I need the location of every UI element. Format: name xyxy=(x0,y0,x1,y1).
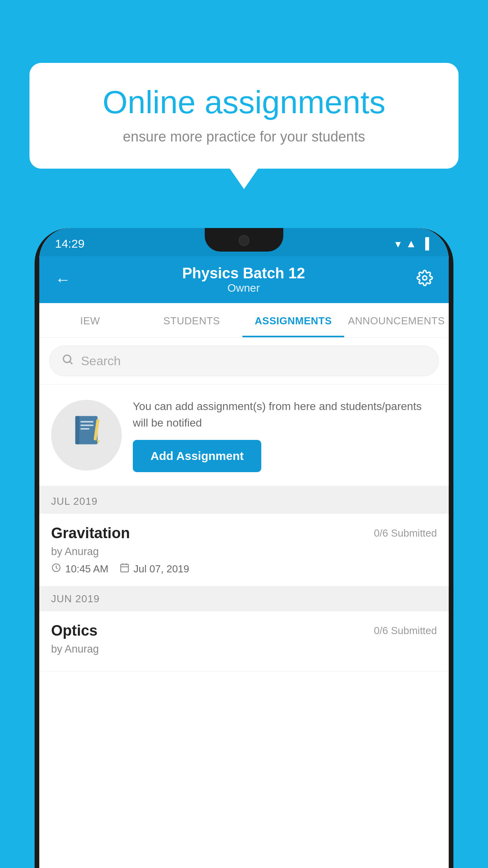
assignment-time: 10:45 AM xyxy=(51,563,108,575)
back-button[interactable]: ← xyxy=(55,271,71,289)
header-subtitle: Owner xyxy=(71,282,416,294)
assignment-date-value: Jul 07, 2019 xyxy=(134,563,189,575)
promo-icon-circle xyxy=(51,400,122,471)
assignment-header-row: Gravitation 0/6 Submitted xyxy=(51,525,437,542)
header-title: Physics Batch 12 xyxy=(71,265,416,282)
phone-notch xyxy=(205,228,283,252)
svg-line-2 xyxy=(70,362,72,364)
calendar-icon xyxy=(119,563,130,575)
assignment-submitted-optics: 0/6 Submitted xyxy=(374,622,437,637)
status-time: 14:29 xyxy=(55,237,84,250)
tab-students[interactable]: STUDENTS xyxy=(141,303,243,337)
assignment-name: Gravitation xyxy=(51,525,130,542)
tab-iew[interactable]: IEW xyxy=(39,303,141,337)
assignment-item-gravitation[interactable]: Gravitation 0/6 Submitted by Anurag 10:4… xyxy=(39,514,449,587)
svg-rect-6 xyxy=(81,425,94,426)
assignment-date: Jul 07, 2019 xyxy=(119,563,189,575)
app-header: ← Physics Batch 12 Owner xyxy=(39,256,449,303)
assignment-by-optics: by Anurag xyxy=(51,643,437,655)
svg-point-0 xyxy=(423,276,427,280)
notebook-icon xyxy=(71,414,102,457)
tab-announcements[interactable]: ANNOUNCEMENTS xyxy=(344,303,449,337)
assignment-time-value: 10:45 AM xyxy=(65,563,108,575)
svg-point-1 xyxy=(63,355,71,362)
search-bar-container: Search xyxy=(39,338,449,384)
signal-icon: ▲ xyxy=(405,237,416,250)
promo-text: You can add assignment(s) from here and … xyxy=(133,398,437,431)
assignment-item-optics[interactable]: Optics 0/6 Submitted by Anurag xyxy=(39,611,449,671)
speech-bubble-subtitle: ensure more practice for your students xyxy=(57,129,431,145)
assignment-submitted: 0/6 Submitted xyxy=(374,525,437,539)
wifi-icon: ▾ xyxy=(395,237,401,250)
assignment-meta: 10:45 AM Jul 07, 2019 xyxy=(51,563,437,575)
svg-rect-11 xyxy=(121,564,128,572)
speech-bubble: Online assignments ensure more practice … xyxy=(29,63,459,169)
assignment-header-row-optics: Optics 0/6 Submitted xyxy=(51,622,437,639)
phone-camera xyxy=(238,235,250,246)
speech-bubble-container: Online assignments ensure more practice … xyxy=(29,63,459,169)
settings-button[interactable] xyxy=(416,270,433,290)
assignment-by: by Anurag xyxy=(51,546,437,558)
search-input[interactable]: Search xyxy=(81,354,121,368)
add-assignment-button[interactable]: Add Assignment xyxy=(133,440,261,472)
svg-rect-5 xyxy=(81,421,94,423)
search-icon xyxy=(61,353,74,369)
tabs-container: IEW STUDENTS ASSIGNMENTS ANNOUNCEMENTS xyxy=(39,303,449,338)
status-icons: ▾ ▲ ▐ xyxy=(395,237,429,250)
svg-rect-4 xyxy=(75,416,79,444)
search-bar[interactable]: Search xyxy=(49,346,439,376)
tab-assignments[interactable]: ASSIGNMENTS xyxy=(242,303,344,337)
assignment-name-optics: Optics xyxy=(51,622,97,639)
phone-screen: 14:29 ▾ ▲ ▐ ← Physics Batch 12 Owner xyxy=(39,228,449,868)
header-title-section: Physics Batch 12 Owner xyxy=(71,265,416,294)
add-assignment-promo: You can add assignment(s) from here and … xyxy=(39,384,449,489)
speech-bubble-title: Online assignments xyxy=(57,85,431,120)
month-header-jun: JUN 2019 xyxy=(39,587,449,611)
phone-frame: 14:29 ▾ ▲ ▐ ← Physics Batch 12 Owner xyxy=(35,228,453,868)
clock-icon xyxy=(51,563,61,575)
month-header-jul: JUL 2019 xyxy=(39,489,449,514)
svg-rect-7 xyxy=(81,428,90,430)
promo-content: You can add assignment(s) from here and … xyxy=(133,398,437,472)
battery-icon: ▐ xyxy=(421,237,429,250)
